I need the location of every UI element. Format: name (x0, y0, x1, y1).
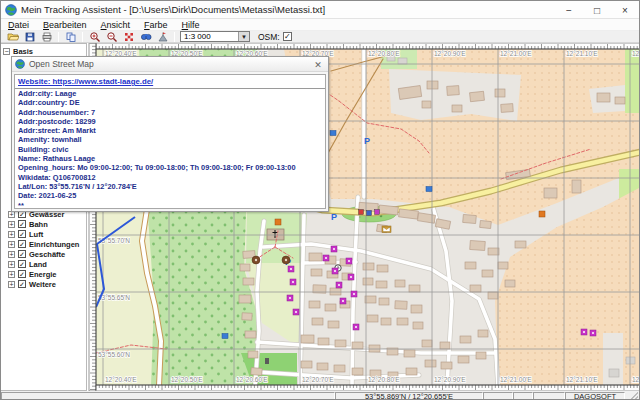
menu-item-ansicht[interactable]: Ansicht (94, 20, 138, 30)
building (480, 220, 492, 228)
menu-item-hilfe[interactable]: Hilfe (175, 20, 207, 30)
tree-item-label: Bahn (29, 220, 48, 229)
toolbar-button-open[interactable] (4, 31, 21, 43)
print-icon (41, 31, 53, 43)
layer-checkbox[interactable]: ✓ (18, 270, 26, 278)
building (335, 340, 346, 347)
expand-icon[interactable]: + (8, 271, 15, 278)
food-icon (539, 211, 545, 217)
toolbar-button-zoom-out[interactable] (103, 31, 120, 43)
lat-label: 53°55.65'N (98, 294, 130, 301)
building (404, 350, 415, 357)
tree-item-luft[interactable]: +✓Luft (8, 229, 43, 239)
market-poi-icon (375, 210, 380, 215)
menu-item-datei[interactable]: Datei (1, 20, 36, 30)
building (363, 278, 373, 285)
building (328, 321, 339, 328)
monument-icon (265, 358, 269, 364)
collapse-icon[interactable]: − (3, 48, 10, 55)
building (381, 318, 391, 325)
toolbar-separator (58, 32, 59, 42)
lon-label: 12°20.80'E (368, 50, 400, 57)
toolbar-button-print[interactable] (38, 31, 55, 43)
expand-icon[interactable]: + (8, 261, 15, 268)
building (488, 248, 499, 255)
building (369, 345, 380, 352)
title-bar: Mein Tracking Assistent - [D:\Users\Dirk… (1, 1, 640, 19)
building (488, 292, 498, 299)
status-panel-2 (483, 392, 513, 400)
close-button[interactable]: × (611, 1, 639, 19)
building (376, 281, 387, 288)
shop-icon (290, 279, 296, 285)
osm-attribute: Addr:postcode: 18299 (15, 117, 325, 126)
zoom-out-icon (106, 31, 118, 43)
building (363, 263, 374, 270)
tree-item-geschfte[interactable]: +✓Geschäfte (8, 249, 65, 259)
building (482, 270, 493, 277)
layer-checkbox[interactable]: ✓ (18, 250, 26, 258)
globe-icon (15, 59, 25, 69)
lon-label: 12°20.90'E (434, 50, 466, 57)
scale-combobox[interactable]: 1:3 000 ▼ (180, 31, 250, 42)
tree-item-weitere[interactable]: +✓Weitere (8, 279, 56, 289)
toolbar-button-save[interactable] (21, 31, 38, 43)
lon-label: 12°21.00'E (500, 50, 532, 57)
lon-label: 12°20.80'E (368, 376, 400, 383)
expand-icon[interactable]: + (8, 221, 15, 228)
menu-item-bearbeiten[interactable]: Bearbeiten (36, 20, 94, 30)
minimize-button[interactable]: − (555, 1, 583, 19)
app-window: Mein Tracking Assistent - [D:\Users\Dirk… (0, 0, 640, 400)
tree-item-bahn[interactable]: +✓Bahn (8, 219, 48, 229)
maximize-button[interactable]: □ (583, 1, 611, 19)
expand-icon[interactable]: + (8, 231, 15, 238)
layer-checkbox[interactable]: ✓ (18, 220, 26, 228)
expand-icon[interactable]: + (8, 251, 15, 258)
layer-checkbox[interactable]: ✓ (18, 280, 26, 288)
chevron-down-icon[interactable]: ▼ (238, 32, 249, 41)
building (465, 262, 476, 269)
dialog-title-bar[interactable]: Open Street Map ✕ (12, 57, 328, 72)
zoom-in-icon (89, 31, 101, 43)
building (498, 262, 508, 269)
osm-attribute: Opening_hours: Mo 09:00-12:00; Tu 09:00-… (15, 163, 325, 172)
osm-checkbox[interactable]: ✓ (283, 32, 292, 41)
layer-checkbox[interactable]: ✓ (18, 230, 26, 238)
osm-attribute: Name: Rathaus Laage (15, 154, 325, 163)
tree-item-basis[interactable]: −Basis (3, 46, 33, 56)
toolbar-button-find[interactable] (137, 31, 154, 43)
toolbar-button-waypoint[interactable] (154, 31, 171, 43)
lon-label: 12°21.10'E (566, 376, 598, 383)
osm-attribute: Wikidata: Q106700812 (15, 173, 325, 182)
toolbar-button-copy[interactable] (62, 31, 79, 43)
layer-checkbox[interactable]: ✓ (18, 240, 26, 248)
tree-item-energie[interactable]: +✓Energie (8, 269, 57, 279)
tree-item-land[interactable]: +✓Land (8, 259, 47, 269)
osm-attribute: Building: civic (15, 145, 325, 154)
lon-label: 12°20.90'E (434, 376, 466, 383)
building (318, 338, 329, 345)
osm-attribute: ** (15, 201, 325, 209)
building (615, 97, 625, 104)
toolbar-button-zoom-in[interactable] (86, 31, 103, 43)
website-link[interactable]: Website: https://www.stadt-laage.de/ (15, 75, 325, 89)
menu-item-farbe[interactable]: Farbe (137, 20, 175, 30)
building (242, 313, 252, 321)
building (330, 288, 341, 295)
tree-item-einrichtungen[interactable]: +✓Einrichtungen (8, 239, 79, 249)
shop-icon (323, 255, 329, 261)
toolbar-button-track-grid[interactable] (120, 31, 137, 43)
layer-checkbox[interactable]: ✓ (18, 260, 26, 268)
resize-grip[interactable] (630, 392, 638, 400)
building (377, 265, 388, 272)
dialog-close-icon[interactable]: ✕ (311, 58, 325, 71)
parking-icon: P (331, 212, 337, 222)
parking-icon: P (364, 136, 370, 146)
copy-icon (65, 31, 77, 43)
expand-icon[interactable]: + (8, 281, 15, 288)
food-icon (275, 219, 281, 225)
fountain-icon (282, 256, 290, 264)
lon-label: 12°20.60'E (236, 376, 268, 383)
building (422, 340, 432, 347)
expand-icon[interactable]: + (8, 241, 15, 248)
